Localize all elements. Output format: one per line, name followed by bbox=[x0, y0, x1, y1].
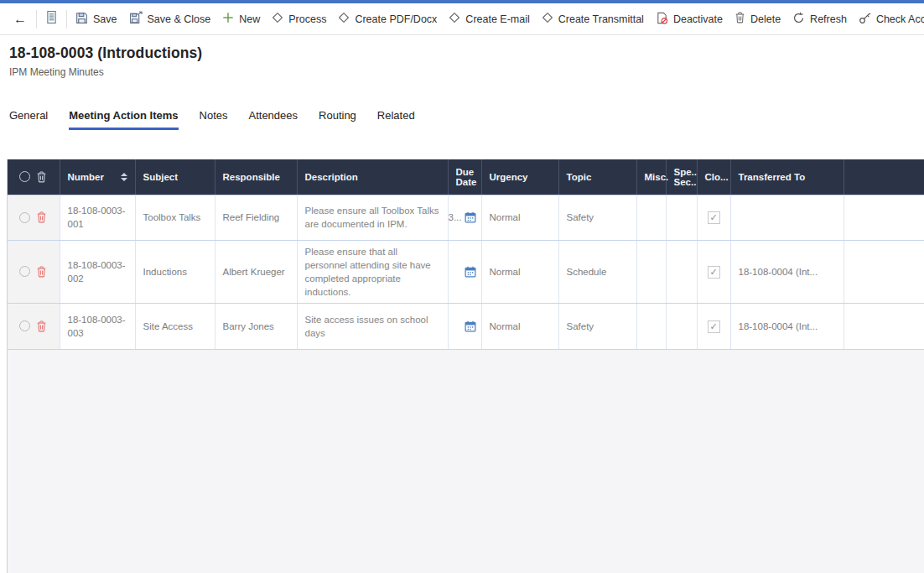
tab-notes[interactable]: Notes bbox=[200, 109, 228, 130]
grid-header-row: Number Subject Responsible Description D… bbox=[8, 159, 924, 195]
column-header-closed[interactable]: Clo... bbox=[697, 159, 730, 195]
deactivate-button[interactable]: Deactivate bbox=[650, 7, 729, 32]
cell-closed: ✓ bbox=[697, 240, 730, 303]
cell-responsible: Reef Fielding bbox=[215, 195, 297, 240]
column-header-transferred-to[interactable]: Transferred To bbox=[730, 159, 844, 195]
new-button[interactable]: New bbox=[216, 7, 266, 31]
column-header-spe-sec[interactable]: Spe.. Sec.. bbox=[666, 159, 697, 195]
app-window: ← Save Save & Close New Process Create P… bbox=[0, 0, 924, 573]
save-and-close-label: Save & Close bbox=[148, 13, 211, 25]
select-all-radio[interactable] bbox=[19, 171, 30, 182]
column-label: Misc. bbox=[645, 172, 669, 182]
column-header-subject[interactable]: Subject bbox=[135, 159, 215, 195]
refresh-button[interactable]: Refresh bbox=[786, 7, 853, 32]
cell-description: Site access issues on school days bbox=[297, 303, 448, 349]
cell-misc bbox=[636, 303, 666, 349]
delete-button[interactable]: Delete bbox=[729, 7, 786, 31]
cell-number: 18-108-0003-003 bbox=[60, 303, 135, 349]
sort-icon[interactable] bbox=[121, 173, 127, 181]
action-items-grid: Number Subject Responsible Description D… bbox=[7, 159, 924, 573]
back-icon: ← bbox=[13, 12, 27, 27]
cell-responsible: Albert Krueger bbox=[215, 240, 297, 303]
process-label: Process bbox=[288, 13, 326, 25]
command-bar: ← Save Save & Close New Process Create P… bbox=[0, 3, 924, 35]
check-icon: ✓ bbox=[709, 320, 717, 333]
cell-spe-sec bbox=[666, 303, 697, 349]
cell-empty bbox=[844, 303, 924, 349]
cell-urgency: Normal bbox=[481, 240, 558, 303]
form-selector-button[interactable] bbox=[39, 5, 64, 33]
cell-description: Please ensure that all personnel attendi… bbox=[297, 240, 448, 303]
cell-topic: Safety bbox=[558, 195, 636, 240]
column-header-urgency[interactable]: Urgency bbox=[481, 159, 558, 195]
key-icon bbox=[859, 12, 871, 27]
create-email-label: Create E-mail bbox=[465, 13, 529, 25]
column-label: Description bbox=[305, 172, 358, 182]
table-row: 18-108-0003-002 Inductions Albert Kruege… bbox=[8, 240, 924, 303]
flow-icon bbox=[542, 12, 553, 26]
cell-number: 18-108-0003-001 bbox=[60, 195, 135, 240]
column-header-empty bbox=[844, 159, 924, 195]
tab-meeting-action-items[interactable]: Meeting Action Items bbox=[69, 109, 178, 130]
calendar-icon[interactable] bbox=[465, 266, 476, 278]
new-label: New bbox=[239, 13, 260, 25]
column-header-misc[interactable]: Misc. bbox=[636, 159, 666, 195]
column-label: Spe.. bbox=[674, 167, 697, 177]
calendar-icon[interactable] bbox=[465, 320, 476, 332]
delete-column-icon[interactable] bbox=[36, 171, 47, 183]
column-label: Subject bbox=[143, 172, 179, 182]
create-pdf-docx-button[interactable]: Create PDF/Docx bbox=[332, 7, 443, 31]
column-header-due-date[interactable]: Due Date bbox=[448, 159, 481, 195]
calendar-icon[interactable] bbox=[465, 211, 476, 223]
deactivate-label: Deactivate bbox=[673, 13, 723, 25]
cell-urgency: Normal bbox=[481, 303, 558, 349]
cell-description: Please ensure all Toolbox Talks are docu… bbox=[297, 195, 448, 240]
column-label: Due bbox=[456, 167, 475, 177]
closed-checkbox[interactable]: ✓ bbox=[708, 211, 720, 224]
row-select-radio[interactable] bbox=[19, 266, 30, 277]
cell-closed: ✓ bbox=[697, 303, 730, 349]
page-title: 18-108-0003 (Introductions) bbox=[9, 44, 202, 62]
save-and-close-button[interactable]: Save & Close bbox=[123, 6, 217, 32]
cell-spe-sec bbox=[666, 240, 697, 303]
row-select-radio[interactable] bbox=[19, 212, 30, 223]
record-header: 18-108-0003 (Introductions) IPM Meeting … bbox=[9, 44, 202, 78]
row-delete-icon[interactable] bbox=[36, 211, 47, 223]
row-delete-icon[interactable] bbox=[36, 266, 47, 278]
delete-label: Delete bbox=[750, 13, 781, 25]
process-button[interactable]: Process bbox=[266, 7, 332, 31]
cell-due-date: 3... bbox=[448, 195, 481, 240]
column-label: Urgency bbox=[490, 172, 528, 182]
flow-icon bbox=[449, 12, 460, 26]
save-button[interactable]: Save bbox=[70, 7, 123, 32]
column-label: Clo... bbox=[705, 172, 729, 182]
tab-related[interactable]: Related bbox=[377, 109, 415, 130]
create-email-button[interactable]: Create E-mail bbox=[443, 7, 535, 31]
back-button[interactable]: ← bbox=[7, 7, 34, 32]
column-header-description[interactable]: Description bbox=[297, 159, 448, 195]
column-header-number[interactable]: Number bbox=[60, 159, 135, 195]
cell-urgency: Normal bbox=[481, 195, 558, 240]
check-access-button[interactable]: Check Access bbox=[853, 7, 924, 32]
refresh-label: Refresh bbox=[810, 13, 847, 25]
check-icon: ✓ bbox=[709, 211, 717, 224]
tab-attendees[interactable]: Attendees bbox=[248, 109, 298, 130]
row-select-cell bbox=[8, 303, 60, 349]
tab-general[interactable]: General bbox=[9, 109, 48, 130]
page-subtitle: IPM Meeting Minutes bbox=[9, 66, 202, 78]
row-select-radio[interactable] bbox=[19, 320, 30, 331]
create-transmittal-button[interactable]: Create Transmittal bbox=[536, 7, 650, 31]
flow-icon bbox=[272, 12, 283, 26]
tab-routing[interactable]: Routing bbox=[319, 109, 356, 130]
row-delete-icon[interactable] bbox=[36, 320, 47, 332]
closed-checkbox[interactable]: ✓ bbox=[708, 320, 720, 333]
column-header-responsible[interactable]: Responsible bbox=[215, 159, 297, 195]
create-pdf-docx-label: Create PDF/Docx bbox=[355, 13, 437, 25]
cell-subject: Site Access bbox=[135, 303, 215, 349]
check-icon: ✓ bbox=[709, 266, 717, 279]
plus-icon bbox=[222, 12, 234, 26]
row-select-cell bbox=[8, 240, 60, 303]
column-header-topic[interactable]: Topic bbox=[558, 159, 636, 195]
trash-icon bbox=[735, 12, 745, 26]
closed-checkbox[interactable]: ✓ bbox=[708, 266, 720, 279]
